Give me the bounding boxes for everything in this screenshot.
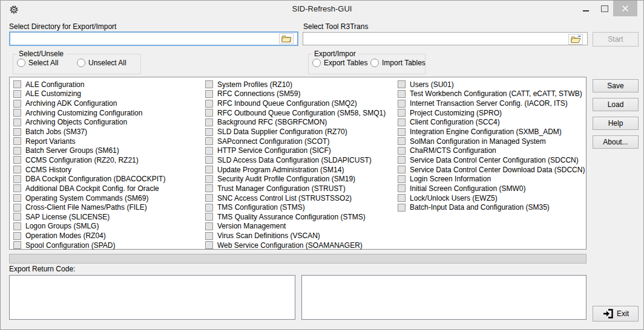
- maximize-button[interactable]: [596, 1, 614, 16]
- checkbox[interactable]: [398, 118, 406, 126]
- checkbox[interactable]: [205, 184, 213, 192]
- checkbox[interactable]: [205, 90, 213, 98]
- checkbox-item[interactable]: Client Configuration (SCC4): [398, 118, 583, 128]
- checkbox[interactable]: [205, 109, 213, 117]
- checkbox-item[interactable]: SolMan Configuration in Managed System: [398, 137, 583, 146]
- export-tables-radio[interactable]: Export Tables: [312, 59, 370, 67]
- import-tables-radio[interactable]: Import Tables: [370, 59, 426, 67]
- checkbox[interactable]: [398, 90, 406, 98]
- checkbox-item[interactable]: Archiving ADK Configuration: [13, 99, 202, 108]
- save-button[interactable]: Save: [593, 79, 639, 92]
- checkbox[interactable]: [205, 194, 213, 202]
- select-all-radio[interactable]: Select All: [17, 59, 77, 67]
- about-button[interactable]: About...: [593, 135, 639, 149]
- checkbox-item[interactable]: SAP License (SLICENSE): [13, 212, 202, 222]
- checkbox[interactable]: [13, 232, 21, 240]
- checkbox[interactable]: [398, 194, 406, 202]
- checkbox-item[interactable]: Login Screen Information: [398, 174, 583, 184]
- checkbox[interactable]: [205, 204, 213, 212]
- checkbox-item[interactable]: Batch Server Groups (SM61): [13, 146, 202, 155]
- checkbox[interactable]: [13, 213, 21, 221]
- checkbox[interactable]: [205, 175, 213, 183]
- checkbox[interactable]: [398, 156, 406, 164]
- checkbox-item[interactable]: Report Variants: [13, 137, 202, 146]
- tool-input[interactable]: [303, 32, 588, 45]
- checkbox-item[interactable]: Batch Jobs (SM37): [13, 127, 202, 137]
- checkbox[interactable]: [13, 194, 21, 202]
- checkbox-item[interactable]: Integration Engine Configuration (SXMB_A…: [398, 127, 583, 137]
- checkbox-item[interactable]: Archiving Objects Configuration: [13, 118, 202, 128]
- checkbox[interactable]: [205, 128, 213, 136]
- checkbox[interactable]: [13, 80, 21, 88]
- checkbox-item[interactable]: TMS Quality Assurance Configuration (STM…: [205, 212, 394, 222]
- checkbox[interactable]: [13, 90, 21, 98]
- checkbox[interactable]: [398, 128, 406, 136]
- checkbox[interactable]: [13, 147, 21, 155]
- checkbox-item[interactable]: Background RFC (SBGRFCMON): [205, 118, 394, 128]
- help-button[interactable]: Help: [593, 117, 639, 130]
- checkbox-item[interactable]: RFC Connections (SM59): [205, 89, 394, 99]
- close-button[interactable]: [613, 1, 637, 16]
- checkbox-item[interactable]: RFC Inbound Queue Configuration (SMQ2): [205, 99, 394, 108]
- checkbox-item[interactable]: DBA Cockpit Configuration (DBACOCKPIT): [13, 174, 202, 184]
- checkbox-item[interactable]: System Profiles (RZ10): [205, 80, 394, 89]
- checkbox[interactable]: [205, 118, 213, 126]
- checkbox[interactable]: [13, 204, 21, 212]
- checkbox-item[interactable]: CCMS History: [13, 165, 202, 175]
- checkbox-item[interactable]: ChaRM/CTS Configuration: [398, 146, 583, 155]
- checkbox[interactable]: [398, 166, 406, 173]
- checkbox[interactable]: [13, 184, 21, 192]
- checkbox-item[interactable]: Project Customizing (SPRO): [398, 108, 583, 118]
- directory-browse-button[interactable]: [279, 33, 294, 44]
- directory-input[interactable]: [9, 31, 298, 46]
- checkbox[interactable]: [205, 241, 213, 249]
- checkbox[interactable]: [398, 109, 406, 117]
- checkbox-item[interactable]: Lock/Unlock Users (EWZ5): [398, 193, 583, 203]
- checkbox[interactable]: [205, 137, 213, 145]
- checkbox-item[interactable]: ALE Customizing: [13, 89, 202, 99]
- checkbox-item[interactable]: CCMS Configuration (RZ20, RZ21): [13, 155, 202, 165]
- checkbox[interactable]: [205, 166, 213, 173]
- tool-browse-button[interactable]: [568, 34, 583, 45]
- checkbox-item[interactable]: Trust Manager Configuration (STRUST): [205, 184, 394, 193]
- checkbox-item[interactable]: Spool Configuration (SPAD): [13, 241, 202, 250]
- checkbox[interactable]: [398, 204, 406, 212]
- checkbox-item[interactable]: Version Management: [205, 222, 394, 231]
- load-button[interactable]: Load: [593, 98, 639, 111]
- checkbox[interactable]: [205, 80, 213, 88]
- checkbox-item[interactable]: SNC Access Control List (STRUSTSSO2): [205, 193, 394, 203]
- checkbox[interactable]: [205, 232, 213, 240]
- checkbox[interactable]: [398, 100, 406, 108]
- checkbox[interactable]: [205, 147, 213, 155]
- checkbox[interactable]: [205, 156, 213, 164]
- checkbox-item[interactable]: SLD Access Data Configuration (SLDAPICUS…: [205, 155, 394, 165]
- checkbox-item[interactable]: Additional DBA Cockpit Config. for Oracl…: [13, 184, 202, 193]
- checkbox-item[interactable]: Users (SU01): [398, 80, 583, 89]
- checkbox-item[interactable]: ALE Configuration: [13, 80, 202, 89]
- checkbox[interactable]: [13, 128, 21, 136]
- checkbox[interactable]: [398, 137, 406, 145]
- checkbox[interactable]: [398, 175, 406, 183]
- checkbox[interactable]: [13, 109, 21, 117]
- checkbox[interactable]: [13, 241, 21, 249]
- checkbox[interactable]: [13, 175, 21, 183]
- start-button[interactable]: Start: [593, 32, 639, 47]
- unselect-all-radio[interactable]: Unselect All: [77, 59, 126, 67]
- exit-button[interactable]: Exit: [593, 306, 639, 322]
- checkbox[interactable]: [398, 184, 406, 192]
- checkbox-item[interactable]: Web Service Configuration (SOAMANAGER): [205, 241, 394, 250]
- checkbox-item[interactable]: RFC Outbound Queue Configuration (SM58, …: [205, 108, 394, 118]
- checkbox-item[interactable]: Batch-Input Data and Configuration (SM35…: [398, 202, 583, 212]
- checkbox-item[interactable]: Internet Transaction Server Config. (IAC…: [398, 99, 583, 108]
- checkbox-item[interactable]: Test Workbench Configuration (CATT, eCAT…: [398, 89, 583, 99]
- checkbox[interactable]: [205, 222, 213, 230]
- output-left-box[interactable]: [9, 275, 295, 320]
- minimize-button[interactable]: [577, 1, 595, 16]
- checkbox-item[interactable]: Update Program Administration (SM14): [205, 165, 394, 175]
- checkbox[interactable]: [205, 213, 213, 221]
- output-right-box[interactable]: [301, 275, 586, 320]
- checkbox-item[interactable]: Service Data Control Center Configuratio…: [398, 155, 583, 165]
- checkbox[interactable]: [13, 118, 21, 126]
- checkbox-item[interactable]: Operating System Commands (SM69): [13, 193, 202, 203]
- checkbox-item[interactable]: Archiving Customizing Configuration: [13, 108, 202, 118]
